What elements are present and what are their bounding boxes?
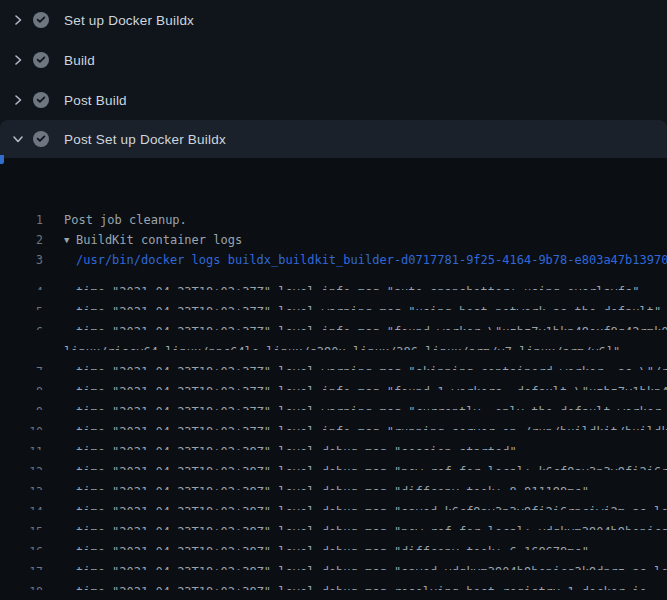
line-number[interactable]: 14 bbox=[0, 502, 43, 510]
line-number[interactable]: 10 bbox=[0, 422, 43, 430]
log-row: 18 time="2021-04-23T18:02:38Z" level=deb… bbox=[0, 570, 667, 590]
log-text: time="2021-04-23T18:02:37Z" level=info m… bbox=[76, 382, 667, 390]
log-text: linux/riscv64 linux/ppc64le linux/s390x … bbox=[64, 342, 620, 350]
line-number[interactable]: 12 bbox=[0, 462, 43, 470]
step-label: Build bbox=[64, 53, 95, 68]
log-text: time="2021-04-23T18:02:38Z" level=debug … bbox=[76, 462, 667, 470]
log-row: 10 time="2021-04-23T18:02:37Z" level=inf… bbox=[0, 410, 667, 430]
log-row: 6 time="2021-04-23T18:02:37Z" level=info… bbox=[0, 310, 667, 330]
log-row: 17 time="2021-04-23T18:02:38Z" level=deb… bbox=[0, 550, 667, 570]
log-text: time="2021-04-23T18:02:38Z" level=debug … bbox=[76, 482, 589, 490]
log-text: time="2021-04-23T18:02:37Z" level=warnin… bbox=[76, 362, 667, 370]
log-row: 4 time="2021-04-23T18:02:37Z" level=info… bbox=[0, 270, 667, 290]
step-label: Post Build bbox=[64, 93, 127, 108]
line-number[interactable] bbox=[0, 342, 43, 350]
step-row-post-build[interactable]: Post Build bbox=[0, 80, 667, 120]
check-circle-icon bbox=[33, 131, 49, 147]
log-text: time="2021-04-23T18:02:37Z" level=info m… bbox=[76, 322, 667, 330]
line-number[interactable]: 9 bbox=[0, 402, 43, 410]
log-text: time="2021-04-23T18:02:37Z" level=info m… bbox=[76, 422, 667, 430]
log-row: 8 time="2021-04-23T18:02:37Z" level=info… bbox=[0, 370, 667, 390]
log-text: Post job cleanup. bbox=[64, 210, 187, 230]
log-row: 2 ▼ BuildKit container logs bbox=[0, 230, 667, 250]
line-number[interactable]: 11 bbox=[0, 442, 43, 450]
actions-log-panel: Set up Docker Buildx Build Post Build bbox=[0, 0, 667, 600]
log-row: 3 /usr/bin/docker logs buildx_buildkit_b… bbox=[0, 250, 667, 270]
expanded-step-focus-accent bbox=[0, 155, 4, 164]
log-rows: 1 Post job cleanup. 2 ▼ BuildKit contain… bbox=[0, 210, 667, 600]
chevron-right-icon bbox=[10, 12, 26, 28]
chevron-right-icon bbox=[10, 92, 26, 108]
line-number[interactable]: 8 bbox=[0, 382, 43, 390]
log-text: time="2021-04-23T18:02:37Z" level=info m… bbox=[76, 282, 640, 290]
log-row: 7 time="2021-04-23T18:02:37Z" level=warn… bbox=[0, 350, 667, 370]
check-circle-icon bbox=[33, 12, 49, 28]
line-number[interactable]: 16 bbox=[0, 542, 43, 550]
log-row: 12 time="2021-04-23T18:02:38Z" level=deb… bbox=[0, 450, 667, 470]
log-text: BuildKit container logs bbox=[76, 230, 242, 250]
log-text: time="2021-04-23T18:02:37Z" level=warnin… bbox=[76, 302, 661, 310]
log-row: 13 time="2021-04-23T18:02:38Z" level=deb… bbox=[0, 470, 667, 490]
line-number[interactable]: 13 bbox=[0, 482, 43, 490]
step-row-post-setup-docker-buildx[interactable]: Post Set up Docker Buildx bbox=[0, 120, 667, 158]
line-number[interactable]: 1 bbox=[0, 210, 43, 230]
chevron-down-icon bbox=[10, 131, 26, 147]
log-text: /usr/bin/docker logs buildx_buildkit_bui… bbox=[76, 250, 667, 270]
log-text: time="2021-04-23T18:02:37Z" level=warnin… bbox=[76, 402, 667, 410]
step-label: Set up Docker Buildx bbox=[64, 13, 194, 28]
log-text: time="2021-04-23T18:02:38Z" level=debug … bbox=[76, 562, 667, 570]
line-number[interactable]: 18 bbox=[0, 582, 43, 590]
log-viewer: 1 Post job cleanup. 2 ▼ BuildKit contain… bbox=[0, 158, 667, 600]
log-row: 16 time="2021-04-23T18:02:38Z" level=deb… bbox=[0, 530, 667, 550]
log-row: 1 Post job cleanup. bbox=[0, 210, 667, 230]
steps-list: Set up Docker Buildx Build Post Build bbox=[0, 0, 667, 158]
line-number[interactable]: 2 bbox=[0, 230, 43, 250]
log-group-caret-icon[interactable]: ▼ bbox=[64, 230, 76, 250]
line-number[interactable]: 4 bbox=[0, 282, 43, 290]
line-number[interactable]: 17 bbox=[0, 562, 43, 570]
log-text: time="2021-04-23T18:02:38Z" level=debug … bbox=[76, 522, 667, 530]
step-row-setup-docker-buildx[interactable]: Set up Docker Buildx bbox=[0, 0, 667, 40]
log-text: time="2021-04-23T18:02:38Z" level=debug … bbox=[76, 442, 517, 450]
line-number[interactable]: 3 bbox=[0, 250, 43, 270]
step-row-build[interactable]: Build bbox=[0, 40, 667, 80]
log-row: 5 time="2021-04-23T18:02:37Z" level=warn… bbox=[0, 290, 667, 310]
log-row: linux/riscv64 linux/ppc64le linux/s390x … bbox=[0, 330, 667, 350]
log-row: 19 time="2021-04-23T18:02:38Z" level=deb… bbox=[0, 590, 667, 600]
check-circle-icon bbox=[33, 52, 49, 68]
log-row: 15 time="2021-04-23T18:02:38Z" level=deb… bbox=[0, 510, 667, 530]
log-row: 14 time="2021-04-23T18:02:38Z" level=deb… bbox=[0, 490, 667, 510]
line-number[interactable]: 15 bbox=[0, 522, 43, 530]
log-text: time="2021-04-23T18:02:38Z" level=debug … bbox=[76, 582, 647, 590]
check-circle-icon bbox=[33, 92, 49, 108]
line-number[interactable]: 7 bbox=[0, 362, 43, 370]
line-number[interactable]: 6 bbox=[0, 322, 43, 330]
log-row: 11 time="2021-04-23T18:02:38Z" level=deb… bbox=[0, 430, 667, 450]
log-text: time="2021-04-23T18:02:38Z" level=debug … bbox=[76, 542, 589, 550]
log-row: 9 time="2021-04-23T18:02:37Z" level=warn… bbox=[0, 390, 667, 410]
line-number[interactable]: 5 bbox=[0, 302, 43, 310]
chevron-right-icon bbox=[10, 52, 26, 68]
step-label: Post Set up Docker Buildx bbox=[64, 132, 226, 147]
log-text: time="2021-04-23T18:02:38Z" level=debug … bbox=[76, 502, 667, 510]
